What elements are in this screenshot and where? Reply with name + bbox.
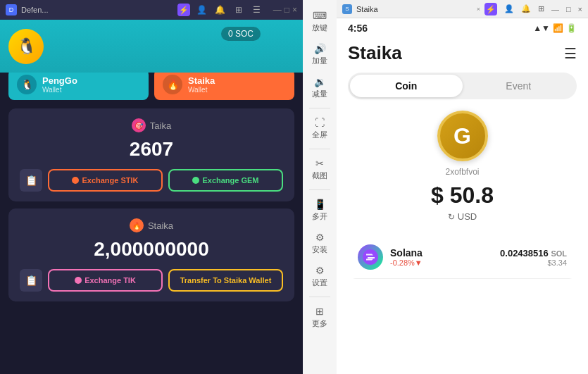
chinese-sidebar: ⌨ 放键 🔊 加量 🔉 减量 ⛶ 全屏 ✂ 截图 📱 多开 ⚙ 安装 ⚙ 设置 …: [303, 0, 337, 374]
staika-actions: 📋 Exchange TIK Transfer To Staika Wallet: [20, 269, 283, 292]
staika-amount: 2,000000000: [20, 238, 283, 261]
sidebar-install[interactable]: ⚙ 安装: [306, 227, 334, 259]
right-bell-icon[interactable]: 🔔: [521, 4, 531, 13]
transfer-staika-btn[interactable]: Transfer To Staika Wallet: [168, 269, 283, 292]
staika-card-icon: 🔥: [130, 218, 144, 232]
sidebar-vol-up[interactable]: 🔊 加量: [306, 39, 334, 70]
app-title: Staika: [348, 42, 402, 64]
balance-display: 0 SOC: [221, 27, 261, 41]
solana-info: Solana -0.28%▼: [390, 247, 493, 267]
solana-logo: [358, 244, 383, 270]
right-close-icon[interactable]: ×: [578, 5, 582, 13]
right-titlebar-controls: ⚡ 👤 🔔 ⊞ — □ ×: [484, 3, 582, 15]
left-titlebar-title: Defen...: [21, 6, 173, 14]
coin-tab[interactable]: Coin: [350, 75, 463, 97]
taika-header: 🎯 Taika: [20, 118, 283, 132]
battery-icon: 🔋: [566, 23, 577, 33]
event-tab[interactable]: Event: [463, 75, 575, 97]
exchange-gem-btn[interactable]: Exchange GEM: [168, 169, 283, 192]
status-time: 4:56: [348, 23, 368, 34]
tab-switcher: Coin Event: [348, 73, 577, 99]
right-titlebar-title: Staika: [356, 5, 471, 13]
staika-card: 🔥 Staika 2,000000000 📋 Exchange TIK Tran…: [8, 208, 294, 301]
coin-currency-row: ↻ USD: [448, 211, 477, 222]
grid-action-icon[interactable]: ⊞: [232, 4, 245, 16]
right-titlebar: S Staika × ⚡ 👤 🔔 ⊞ — □ ×: [337, 0, 588, 18]
app-header: Staika ☰: [337, 37, 588, 73]
taika-amount: 2607: [20, 138, 283, 161]
penggo-tab[interactable]: 🐧 PengGo Wallet: [8, 69, 149, 100]
taika-actions: 📋 Exchange STIK Exchange GEM: [20, 169, 283, 192]
user-action-icon[interactable]: 👤: [196, 4, 208, 16]
staika-icon: 🔥: [163, 75, 182, 94]
sidebar-keyboard[interactable]: ⌨ 放键: [306, 6, 334, 37]
sidebar-divider-3: [309, 189, 330, 190]
right-max-icon[interactable]: □: [566, 5, 571, 13]
right-titlebar-icon: S: [342, 4, 352, 14]
solana-usd: $3.34: [500, 258, 567, 267]
exchange-tik-btn[interactable]: Exchange TIK: [48, 269, 163, 292]
solana-name: Solana: [390, 247, 493, 258]
character-avatar: 🐧: [8, 29, 44, 64]
lightning-action-icon[interactable]: ⚡: [177, 4, 190, 16]
right-panel: S Staika × ⚡ 👤 🔔 ⊞ — □ × 4:56 ▲▼ 📶 🔋 Sta…: [337, 0, 588, 374]
taika-icon: 🎯: [132, 118, 146, 132]
staika-name: Staika: [188, 75, 215, 86]
solana-token-item[interactable]: Solana -0.28%▼ 0.02438516 SOL $3.34: [348, 236, 577, 279]
staika-copy-btn[interactable]: 📋: [20, 269, 42, 292]
sidebar-fullscreen[interactable]: ⛶ 全屏: [306, 113, 334, 144]
coin-content: G 2xofbfvoi $ 50.8 ↻ USD: [337, 111, 588, 279]
coin-avatar: G: [437, 111, 488, 161]
sidebar-vol-down[interactable]: 🔉 减量: [306, 72, 334, 104]
exchange-stik-btn[interactable]: Exchange STIK: [48, 169, 163, 192]
titlebar-separator: ×: [477, 6, 480, 13]
game-header: 0 SOC 🐧: [0, 20, 303, 73]
right-min-icon[interactable]: —: [551, 5, 559, 13]
staika-tab[interactable]: 🔥 Staika Wallet: [154, 69, 294, 100]
sidebar-multiopen[interactable]: 📱 多开: [306, 194, 334, 226]
solana-amount: 0.02438516 SOL: [500, 248, 567, 258]
coin-currency: USD: [458, 211, 477, 222]
taika-copy-btn[interactable]: 📋: [20, 169, 42, 192]
taika-card: 🎯 Taika 2607 📋 Exchange STIK Exchange GE…: [8, 108, 294, 201]
solana-change: -0.28%▼: [390, 258, 493, 267]
staika-info: Staika Wallet: [188, 75, 215, 94]
titlebar-actions: ⚡ 👤 🔔 ⊞ ☰: [177, 4, 263, 16]
staika-card-name: Staika: [148, 220, 173, 231]
left-titlebar-icon: D: [6, 4, 17, 15]
sidebar-divider-4: [309, 297, 330, 297]
titlebar-controls: — □ ×: [273, 5, 297, 15]
restore-btn[interactable]: □: [284, 5, 289, 15]
right-user-icon[interactable]: 👤: [504, 4, 514, 13]
penggo-icon: 🐧: [17, 75, 37, 94]
right-lightning-icon: ⚡: [484, 3, 497, 15]
solana-symbol: SOL: [551, 249, 567, 258]
left-panel: D Defen... ⚡ 👤 🔔 ⊞ ☰ — □ × 0 SOC 🐧 🐧 Pen…: [0, 0, 303, 374]
penggo-sub: Wallet: [42, 86, 77, 94]
sidebar-divider-2: [309, 149, 330, 149]
token-list: Solana -0.28%▼ 0.02438516 SOL $3.34: [348, 236, 577, 279]
solana-amounts: 0.02438516 SOL $3.34: [500, 248, 567, 267]
right-grid-icon[interactable]: ⊞: [538, 4, 544, 13]
close-btn[interactable]: ×: [292, 5, 297, 15]
stik-dot: [72, 177, 79, 184]
refresh-icon[interactable]: ↻: [448, 212, 455, 222]
wallet-tabs: 🐧 PengGo Wallet 🔥 Staika Wallet: [8, 69, 294, 100]
coin-address: 2xofbfvoi: [445, 167, 479, 177]
coin-value: $ 50.8: [431, 182, 494, 208]
staika-card-header: 🔥 Staika: [20, 218, 283, 232]
bell-action-icon[interactable]: 🔔: [214, 4, 227, 16]
minimize-btn[interactable]: —: [273, 5, 282, 15]
hamburger-icon[interactable]: ☰: [564, 45, 577, 62]
gem-dot: [192, 177, 199, 184]
mobile-statusbar: 4:56 ▲▼ 📶 🔋: [337, 18, 588, 37]
sidebar-settings[interactable]: ⚙ 设置: [306, 261, 334, 292]
sidebar-screenshot[interactable]: ✂ 截图: [306, 154, 334, 185]
sidebar-more[interactable]: ⊞ 更多: [306, 301, 334, 333]
tik-dot: [75, 277, 82, 284]
taika-name: Taika: [150, 120, 171, 131]
menu-action-icon[interactable]: ☰: [251, 4, 263, 16]
network-icon: ▲▼: [533, 23, 550, 33]
sidebar-divider-1: [309, 108, 330, 108]
game-content: 🎯 Taika 2607 📋 Exchange STIK Exchange GE…: [0, 100, 303, 310]
